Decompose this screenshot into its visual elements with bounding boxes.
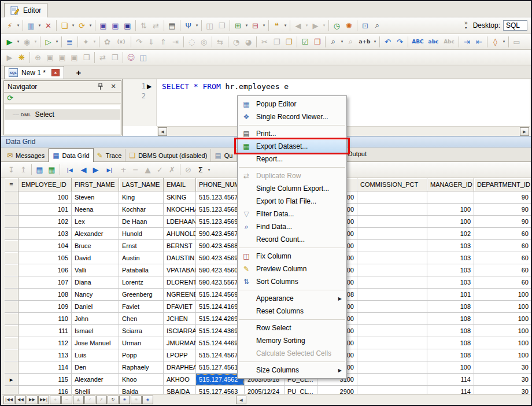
select-list-icon[interactable]: ☑ (299, 36, 311, 48)
grid-cell[interactable]: Luis (72, 349, 119, 361)
grid-cell[interactable]: 108 (427, 337, 474, 349)
explain-plan-icon[interactable]: ≣ (64, 36, 76, 48)
grid-cell[interactable]: DAUSTIN (164, 252, 196, 264)
grid-cell[interactable]: 101 (427, 289, 474, 301)
unindent-icon[interactable]: ⇤ (473, 36, 485, 48)
dropdown-caret-icon[interactable]: ▾ (92, 36, 97, 48)
pin-icon[interactable] (98, 83, 106, 90)
grid-cell[interactable]: 100 (19, 191, 72, 204)
grid-cell[interactable]: 60 (474, 240, 532, 252)
execute-as-script-icon[interactable]: ▷ (42, 36, 54, 48)
redo-icon[interactable]: ↷ (394, 36, 406, 48)
navigator-refresh-icon[interactable]: ⟳ (7, 94, 13, 102)
macro-icon[interactable]: ❋ (16, 51, 28, 64)
grid-cell[interactable]: 100 (474, 337, 532, 349)
result-tab-dbms-output-disabled-[interactable]: ❏DBMS Output (disabled) (125, 149, 211, 161)
code-line[interactable]: SELECT * FROM hr.employees e (162, 82, 289, 91)
polish-icon[interactable]: ◈ (142, 396, 153, 404)
toolbar-overflow-icon[interactable]: »▾ (464, 21, 468, 30)
menu-item-preview-column[interactable]: ✎Preview Column (238, 263, 346, 275)
result-tab-messages[interactable]: ✉Messages (3, 149, 49, 161)
grid-hscroll-left-icon[interactable]: ◀ (236, 396, 246, 404)
grid-cell[interactable] (357, 361, 427, 374)
grid-cell[interactable]: 103 (427, 252, 474, 264)
grid-cell[interactable] (427, 191, 474, 204)
next-record-icon[interactable]: ▶ (90, 164, 102, 176)
grid-cell[interactable]: Nancy (72, 289, 119, 301)
menu-item-row-select[interactable]: Row Select (238, 322, 346, 334)
grid-cell[interactable] (357, 216, 427, 228)
grid-cell[interactable]: Hunold (119, 228, 164, 240)
grid-cell[interactable]: Kochhar (119, 204, 164, 216)
column-header-first_name[interactable]: FIRST_NAME (72, 178, 119, 191)
grid-cell[interactable]: 100 (427, 204, 474, 216)
column-header-last_name[interactable]: LAST_NAME (119, 178, 164, 191)
dropdown-caret-icon[interactable]: ▾ (283, 20, 288, 32)
execute-icon[interactable]: ▶ (3, 36, 16, 48)
open-file-icon[interactable]: ❏ (58, 20, 71, 32)
menu-item-popup-editor[interactable]: ▦Popup Editor (238, 98, 346, 110)
dropdown-caret-icon[interactable]: ▾ (206, 164, 212, 176)
grid-cell[interactable]: Urman (119, 337, 164, 349)
grid-cell[interactable]: BERNST (164, 240, 196, 252)
grid-cell[interactable]: Jose Manuel (72, 337, 119, 349)
grid-cell[interactable] (357, 264, 427, 276)
dropdown-caret-icon[interactable]: ▾ (339, 36, 345, 48)
grid-cell[interactable] (357, 252, 427, 264)
menu-item-fix-column[interactable]: ◫Fix Column (238, 250, 346, 263)
grid-cell[interactable] (357, 386, 427, 394)
grid-cell[interactable]: 103 (427, 264, 474, 276)
grid-cell[interactable]: David (72, 252, 119, 264)
replace-icon[interactable]: a+b (357, 36, 372, 48)
grid-cell[interactable]: 100 (474, 289, 532, 301)
menu-item-record-count[interactable]: Record Count... (238, 233, 346, 246)
editor-window-tab[interactable]: Editor (4, 3, 47, 17)
grid-cell[interactable]: Alexander (72, 228, 119, 240)
describe-icon[interactable]: ⌕ (371, 20, 383, 32)
grid-cell[interactable]: 113 (19, 349, 72, 361)
grid-cell[interactable] (357, 191, 427, 204)
grid-cell[interactable]: AHUNOLD (164, 228, 196, 240)
grid-cell[interactable]: 114 (427, 374, 474, 386)
tab-close-icon[interactable]: x (51, 69, 60, 76)
new-window-icon[interactable]: ⊞ (232, 20, 244, 32)
menu-item-reset-columns[interactable]: Reset Columns (238, 305, 346, 318)
grid-cell[interactable]: Alexander (72, 374, 119, 386)
scroll-right-icon[interactable]: ▶ (520, 127, 529, 136)
desktop-combo[interactable]: SQL (503, 20, 527, 31)
grid-cell[interactable]: LDEHAAN (164, 216, 196, 228)
find-icon[interactable]: ⌕ (327, 36, 339, 48)
grid-cell[interactable]: 107 (19, 276, 72, 289)
save-icon[interactable]: ▣ (97, 20, 109, 32)
grid-cell[interactable]: AKHOO (164, 374, 196, 386)
grid-cell[interactable]: 30 (474, 361, 532, 374)
grid-cell[interactable]: 112 (19, 337, 72, 349)
grid-cell[interactable]: SKING (164, 191, 196, 204)
grid-cell[interactable]: 106 (19, 264, 72, 276)
grid-cell[interactable]: Raphaely (119, 361, 164, 374)
result-tab-data-grid[interactable]: ▦Data Grid (49, 148, 93, 162)
grid-cell[interactable]: 114 (19, 361, 72, 374)
grid-cell[interactable]: 102 (19, 216, 72, 228)
grid-cell[interactable]: 2900 (317, 386, 357, 394)
prior-record-icon[interactable]: ◀ (77, 164, 90, 176)
grid-cell[interactable]: Sciarra (119, 325, 164, 337)
grid-cell[interactable]: Lorentz (119, 276, 164, 289)
scroll-left-icon[interactable]: ◀ (158, 127, 167, 136)
reopen-file-icon[interactable]: ⟳ (76, 20, 88, 32)
menu-item-single-column-export[interactable]: Single Column Export... (238, 182, 346, 195)
append-row-icon[interactable]: ✳ (119, 396, 130, 404)
grid-cell[interactable] (357, 228, 427, 240)
grid-cell[interactable]: Austin (119, 252, 164, 264)
column-header-department_id[interactable]: DEPARTMENT_ID (474, 178, 532, 191)
grid-cell[interactable]: 108 (427, 325, 474, 337)
grid-cell[interactable] (357, 240, 427, 252)
tab-new1[interactable]: SQL New 1 * x (4, 66, 64, 79)
grid-cell[interactable]: 104 (19, 240, 72, 252)
grid-cell[interactable]: 515.127.4563 (196, 386, 245, 394)
grid-cell[interactable]: 90 (474, 191, 532, 204)
grid-cell[interactable]: DFAVIET (164, 301, 196, 313)
indent-icon[interactable]: ⇥ (461, 36, 473, 48)
grid-cell[interactable]: ISCIARRA (164, 325, 196, 337)
grid-cell[interactable]: Popp (119, 349, 164, 361)
